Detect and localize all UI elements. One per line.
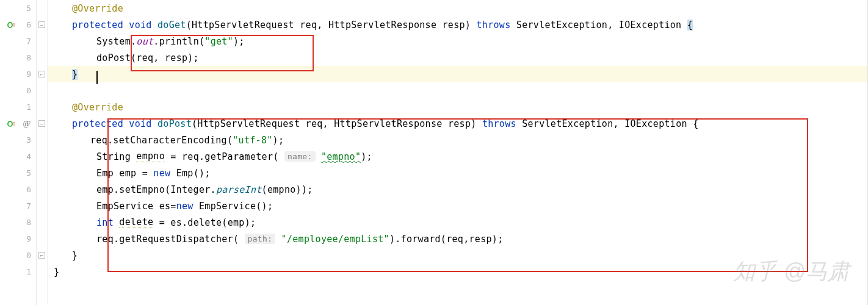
- fold-line: [37, 82, 47, 99]
- code-line[interactable]: System.out.println("get");: [48, 33, 867, 49]
- fold-line: ⌐: [37, 66, 47, 82]
- code-line[interactable]: String empno = req.getParameter( name: "…: [48, 148, 867, 165]
- override-icon[interactable]: ↑: [7, 120, 16, 128]
- fold-line: [37, 231, 47, 247]
- fold-line: [37, 264, 47, 280]
- code-line[interactable]: @Override: [48, 99, 867, 115]
- gutter-line: 7: [0, 33, 36, 49]
- code-line[interactable]: protected void doPost(HttpServletRequest…: [48, 115, 867, 132]
- gutter-line: 1: [0, 264, 36, 280]
- gutter-line: 9: [0, 231, 36, 247]
- fold-end-icon[interactable]: ⌐: [38, 71, 45, 77]
- gutter-line: 5: [0, 0, 36, 16]
- code-line[interactable]: @Override: [48, 0, 867, 16]
- code-line[interactable]: int delete = es.delete(emp);: [48, 214, 867, 231]
- fold-line: [37, 33, 47, 49]
- fold-collapse-icon[interactable]: −: [38, 21, 45, 28]
- fold-line: [37, 0, 47, 16]
- gutter-line: 4: [0, 148, 36, 165]
- at-icon: @: [23, 119, 28, 129]
- gutter-line: 3: [0, 132, 36, 148]
- text-caret: [96, 71, 98, 84]
- override-icon[interactable]: ↑: [7, 21, 16, 29]
- gutter-line: ↑ 6: [0, 16, 36, 33]
- gutter-line: 0: [0, 247, 36, 264]
- code-line[interactable]: }: [48, 264, 867, 280]
- fold-line: [37, 99, 47, 115]
- gutter-line: 8: [0, 49, 36, 66]
- editor-container: 5 ↑ 6 7 8 9 0 1 ↑ @ 2 3 4 5 6 7 8 9 0 1 …: [0, 0, 868, 305]
- code-line[interactable]: req.setCharacterEncoding("utf-8");: [48, 132, 867, 148]
- code-line[interactable]: doPost(req, resp);: [48, 49, 867, 66]
- fold-line: −: [37, 16, 47, 33]
- code-line[interactable]: [48, 82, 867, 99]
- fold-gutter: − ⌐ − ⌐: [37, 0, 48, 305]
- gutter-line: 7: [0, 198, 36, 214]
- code-line[interactable]: EmpService es=new EmpService();: [48, 198, 867, 214]
- gutter-line: 0: [0, 82, 36, 99]
- fold-line: −: [37, 115, 47, 132]
- code-line[interactable]: Emp emp = new Emp();: [48, 165, 867, 181]
- fold-line: [37, 132, 47, 148]
- line-number-gutter: 5 ↑ 6 7 8 9 0 1 ↑ @ 2 3 4 5 6 7 8 9 0 1: [0, 0, 37, 305]
- gutter-line: 8: [0, 214, 36, 231]
- fold-line: [37, 49, 47, 66]
- code-line[interactable]: protected void doGet(HttpServletRequest …: [48, 16, 867, 33]
- code-area[interactable]: @Override protected void doGet(HttpServl…: [48, 0, 868, 305]
- fold-line: [37, 165, 47, 181]
- code-line[interactable]: req.getRequestDispatcher( path: "/employ…: [48, 231, 867, 247]
- code-line[interactable]: emp.setEmpno(Integer.parseInt(empno));: [48, 181, 867, 198]
- code-line-active[interactable]: }: [48, 66, 867, 82]
- code-line[interactable]: }: [48, 247, 867, 264]
- fold-collapse-icon[interactable]: −: [38, 120, 45, 127]
- fold-line: [37, 198, 47, 214]
- gutter-line: 6: [0, 181, 36, 198]
- gutter-line: ↑ @ 2: [0, 115, 36, 132]
- fold-line: [37, 181, 47, 198]
- fold-end-icon[interactable]: ⌐: [38, 252, 45, 259]
- fold-line: ⌐: [37, 247, 47, 264]
- gutter-line: 5: [0, 165, 36, 181]
- gutter-line: 9: [0, 66, 36, 82]
- fold-line: [37, 214, 47, 231]
- gutter-line: 1: [0, 99, 36, 115]
- fold-line: [37, 148, 47, 165]
